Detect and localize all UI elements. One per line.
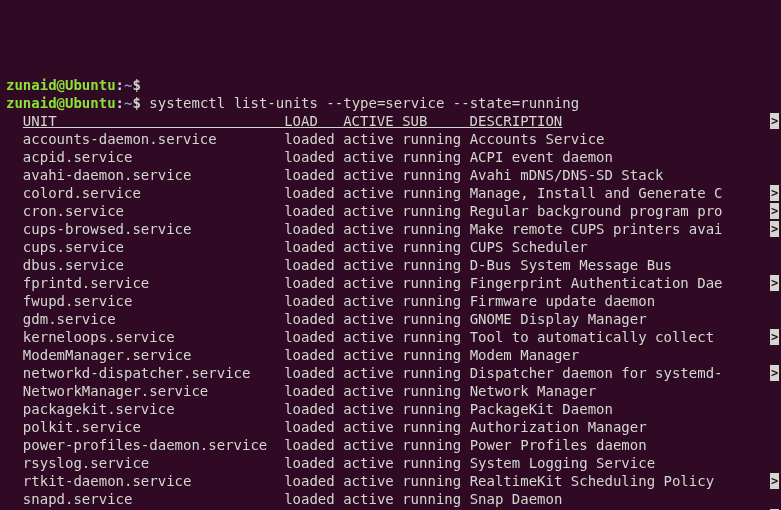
active-state: active <box>343 239 402 255</box>
table-row: kerneloops.service loaded active running… <box>6 328 781 346</box>
active-state: active <box>343 365 402 381</box>
table-row: rtkit-daemon.service loaded active runni… <box>6 472 781 490</box>
active-state: active <box>343 185 402 201</box>
load-state: loaded <box>284 239 343 255</box>
load-state: loaded <box>284 383 343 399</box>
table-row: ModemManager.service loaded active runni… <box>6 346 781 364</box>
sub-state: running <box>402 365 469 381</box>
sub-state: running <box>402 329 469 345</box>
prompt-at: @ <box>57 95 65 111</box>
continuation-indicator: > <box>770 185 779 201</box>
sub-state: running <box>402 311 469 327</box>
prompt-user: zunaid <box>6 95 57 111</box>
unit-name: packagekit.service <box>23 401 284 417</box>
prompt-colon: : <box>116 77 124 93</box>
table-row: cups.service loaded active running CUPS … <box>6 238 781 256</box>
sub-state: running <box>402 275 469 291</box>
description: Manage, Install and Generate C <box>470 185 723 201</box>
table-row: gdm.service loaded active running GNOME … <box>6 310 781 328</box>
load-state: loaded <box>284 401 343 417</box>
sub-state: running <box>402 491 469 507</box>
sub-state: running <box>402 167 469 183</box>
load-state: loaded <box>284 473 343 489</box>
unit-name: kerneloops.service <box>23 329 284 345</box>
description: Avahi mDNS/DNS-SD Stack <box>470 167 664 183</box>
continuation-indicator: > <box>770 113 779 129</box>
description: System Logging Service <box>470 455 655 471</box>
unit-name: power-profiles-daemon.service <box>23 437 284 453</box>
prompt-sigil: $ <box>132 95 140 111</box>
sub-state: running <box>402 185 469 201</box>
continuation-indicator: > <box>770 329 779 345</box>
table-row: packagekit.service loaded active running… <box>6 400 781 418</box>
sub-state: running <box>402 455 469 471</box>
prompt-at: @ <box>57 77 65 93</box>
sub-state: running <box>402 437 469 453</box>
unit-name: fwupd.service <box>23 293 284 309</box>
load-state: loaded <box>284 419 343 435</box>
description: Fingerprint Authentication Dae <box>470 275 723 291</box>
active-state: active <box>343 167 402 183</box>
unit-name: accounts-daemon.service <box>23 131 284 147</box>
sub-state: running <box>402 383 469 399</box>
prompt-host: Ubuntu <box>65 77 116 93</box>
sub-state: running <box>402 203 469 219</box>
load-state: loaded <box>284 311 343 327</box>
unit-name: ModemManager.service <box>23 347 284 363</box>
active-state: active <box>343 383 402 399</box>
load-state: loaded <box>284 275 343 291</box>
load-state: loaded <box>284 203 343 219</box>
description: Dispatcher daemon for systemd- <box>470 365 723 381</box>
unit-name: dbus.service <box>23 257 284 273</box>
sub-state: running <box>402 419 469 435</box>
description: GNOME Display Manager <box>470 311 647 327</box>
description: PackageKit Daemon <box>470 401 613 417</box>
table-row: dbus.service loaded active running D-Bus… <box>6 256 781 274</box>
description: Accounts Service <box>470 131 605 147</box>
description: ACPI event daemon <box>470 149 613 165</box>
description: Firmware update daemon <box>470 293 655 309</box>
unit-name: acpid.service <box>23 149 284 165</box>
unit-name: gdm.service <box>23 311 284 327</box>
table-row: cron.service loaded active running Regul… <box>6 202 781 220</box>
table-row: cups-browsed.service loaded active runni… <box>6 220 781 238</box>
unit-name: rsyslog.service <box>23 455 284 471</box>
load-state: loaded <box>284 437 343 453</box>
active-state: active <box>343 419 402 435</box>
active-state: active <box>343 329 402 345</box>
active-state: active <box>343 221 402 237</box>
load-state: loaded <box>284 167 343 183</box>
description: Power Profiles daemon <box>470 437 647 453</box>
table-row: networkd-dispatcher.service loaded activ… <box>6 364 781 382</box>
table-row: acpid.service loaded active running ACPI… <box>6 148 781 166</box>
table-row: fwupd.service loaded active running Firm… <box>6 292 781 310</box>
sub-state: running <box>402 473 469 489</box>
load-state: loaded <box>284 131 343 147</box>
continuation-indicator: > <box>770 275 779 291</box>
unit-name: networkd-dispatcher.service <box>23 365 284 381</box>
description: RealtimeKit Scheduling Policy <box>470 473 723 489</box>
description: Tool to automatically collect <box>470 329 723 345</box>
prompt-sigil: $ <box>132 77 140 93</box>
prompt-host: Ubuntu <box>65 95 116 111</box>
load-state: loaded <box>284 365 343 381</box>
load-state: loaded <box>284 347 343 363</box>
active-state: active <box>343 473 402 489</box>
command-text: systemctl list-units --type=service --st… <box>149 95 579 111</box>
unit-name: cron.service <box>23 203 284 219</box>
load-state: loaded <box>284 149 343 165</box>
continuation-indicator: > <box>770 365 779 381</box>
unit-name: rtkit-daemon.service <box>23 473 284 489</box>
active-state: active <box>343 293 402 309</box>
unit-name: cups.service <box>23 239 284 255</box>
active-state: active <box>343 491 402 507</box>
description: Snap Daemon <box>470 491 563 507</box>
sub-state: running <box>402 239 469 255</box>
terminal-output[interactable]: zunaid@Ubuntu:~$ zunaid@Ubuntu:~$ system… <box>6 76 781 510</box>
prompt-line-empty: zunaid@Ubuntu:~$ <box>6 76 781 94</box>
prompt-colon: : <box>116 95 124 111</box>
active-state: active <box>343 455 402 471</box>
sub-state: running <box>402 293 469 309</box>
sub-state: running <box>402 149 469 165</box>
table-row: fprintd.service loaded active running Fi… <box>6 274 781 292</box>
